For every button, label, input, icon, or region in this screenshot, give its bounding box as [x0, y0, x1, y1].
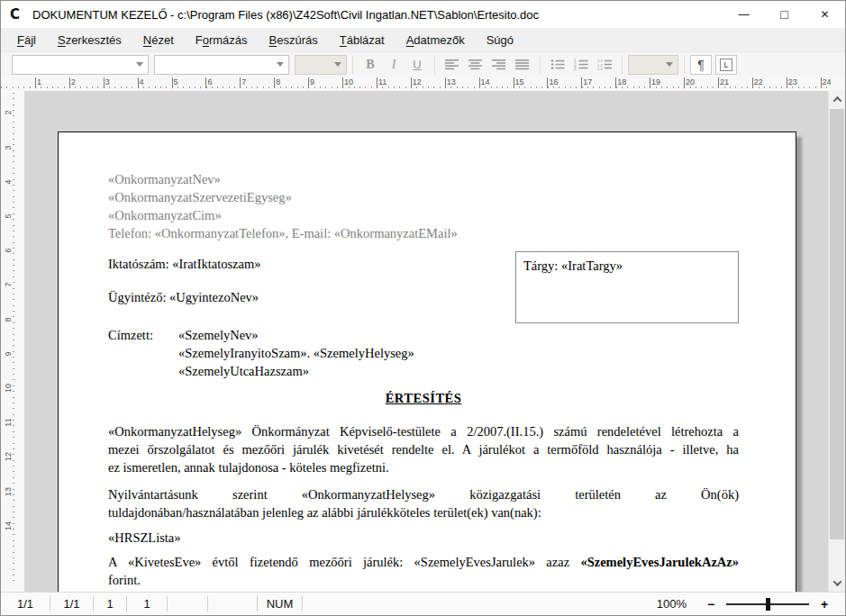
scroll-up-button[interactable]	[829, 91, 845, 108]
chevron-up-icon	[832, 96, 841, 105]
menu-label: ézet	[151, 33, 174, 47]
bullet-list-button[interactable]	[546, 55, 569, 75]
bullet-list-icon	[550, 59, 565, 70]
ruler-number: 4	[4, 175, 13, 189]
align-center-button[interactable]	[464, 55, 487, 75]
menu-item-tablazat[interactable]: Táblázat	[329, 28, 396, 51]
chevron-down-icon	[277, 62, 284, 67]
menu-accel: T	[340, 33, 347, 47]
italic-button[interactable]: I	[382, 55, 405, 75]
align-right-button[interactable]	[487, 55, 511, 75]
ruler-number: 7	[240, 77, 246, 88]
minimize-button[interactable]: —	[723, 1, 764, 28]
font-size-dropdown[interactable]	[295, 55, 347, 75]
zoom-in-button[interactable]: +	[814, 597, 834, 611]
doc-meta-section: Iktatószám: «IratIktatoszam» Tárgy: «Ira…	[108, 255, 739, 380]
ruler-number: 24	[821, 77, 832, 88]
window-title: DOKUMENTUM KEZELŐ - c:\Program Files (x8…	[32, 8, 723, 22]
menu-item-szerkesztes[interactable]: Szerkesztés	[47, 28, 132, 51]
justify-icon	[515, 59, 530, 70]
maximize-button[interactable]: □	[764, 1, 805, 28]
toolbar-separator	[434, 56, 435, 74]
ruler-number: 5	[172, 77, 178, 88]
bold-button[interactable]: B	[359, 55, 382, 75]
svg-text:3: 3	[574, 67, 577, 70]
ruler-number: 18	[615, 77, 626, 88]
doc-line: A «KivetesEve» évtől fizetendő mezőőri j…	[108, 553, 739, 571]
ruler-number: 20	[684, 77, 695, 88]
menu-item-beszuras[interactable]: Beszúrás	[259, 28, 329, 51]
layout-position-button[interactable]: L	[715, 55, 737, 75]
menu-accel: F	[17, 33, 24, 47]
toolbar-separator	[622, 56, 623, 74]
cimzett-block: Címzett: «SzemelyNev» «SzemelyIranyitoSz…	[108, 326, 739, 380]
targy-text: Tárgy: «IratTargy»	[523, 258, 623, 273]
align-left-icon	[445, 59, 459, 70]
vertical-scrollbar[interactable]	[828, 91, 845, 592]
ruler-number: 1	[35, 77, 41, 88]
ruler-number: 19	[650, 77, 660, 88]
ruler-number: 13	[4, 485, 13, 499]
doc-text-bold: «SzemelyEvesJarulekAzAz»	[580, 555, 739, 569]
doc-paragraph: Nyilvántartásunk szerint «OnkormanyzatHe…	[108, 485, 739, 521]
ruler-number: 15	[514, 77, 524, 88]
ruler-number: 9	[308, 77, 314, 88]
menu-accel: o	[203, 33, 209, 47]
ruler-number: 10	[342, 77, 353, 88]
status-page-indicator: 1/1	[1, 596, 50, 611]
status-section-indicator: 1/1	[50, 596, 94, 611]
formatting-marks-button[interactable]: ¶	[690, 55, 712, 75]
align-center-icon	[468, 59, 483, 70]
toolbar-separator	[540, 56, 541, 74]
menu-label: Súgó	[487, 33, 514, 47]
ruler-number: 6	[4, 243, 13, 258]
zoom-out-button[interactable]: −	[701, 597, 721, 611]
numbered-list-button[interactable]: 123	[569, 55, 593, 75]
doc-line: «SzemelyNev»	[178, 326, 414, 344]
window-controls: — □ ✕	[723, 1, 845, 28]
ruler-number: 16	[547, 77, 558, 88]
justify-button[interactable]	[511, 55, 534, 75]
doc-line: mezei őrszolgálatot és mezőőri járulék k…	[108, 440, 739, 458]
menu-item-sugo[interactable]: Súgó	[476, 28, 524, 51]
status-line-indicator: 1	[94, 596, 127, 611]
zoom-slider-handle[interactable]	[766, 598, 770, 611]
zoom-dropdown[interactable]	[628, 55, 678, 75]
vertical-ruler: 1234567891011121314	[1, 91, 24, 592]
ruler-number: 7	[4, 277, 13, 292]
ruler-number: 10	[4, 381, 13, 395]
ruler-number: 4	[138, 77, 144, 88]
doc-line: tuldajdonában/használatában jelenleg az …	[108, 503, 739, 521]
ruler-number: 14	[479, 77, 490, 88]
menu-item-formazas[interactable]: Formázás	[185, 28, 259, 51]
merge-field-line: Telefon: «OnkormanyzatTelefon», E-mail: …	[108, 224, 739, 242]
menu-label: datmezők	[414, 33, 464, 47]
chevron-down-icon	[136, 62, 143, 67]
menu-item-adatmezok[interactable]: Adatmezők	[396, 28, 476, 51]
document-page[interactable]: «OnkormanyzatNev» «OnkormanyzatSzervezet…	[58, 131, 796, 592]
status-column-indicator: 1	[127, 596, 168, 611]
doc-line: «OnkormanyzatHelyseg» Önkormányzat Képvi…	[108, 422, 739, 440]
menu-label: F	[196, 33, 203, 47]
doc-text: A «KivetesEve» évtől fizetendő mezőőri j…	[108, 555, 580, 569]
zoom-slider[interactable]	[726, 603, 809, 605]
app-window: C DOKUMENTUM KEZELŐ - c:\Program Files (…	[0, 0, 846, 616]
status-cell-empty	[168, 596, 208, 611]
ruler-number: 17	[581, 77, 592, 88]
style-dropdown[interactable]	[12, 55, 149, 75]
merge-field-line: «OnkormanyzatNev»	[108, 170, 739, 188]
ruler-number: 2	[4, 105, 13, 120]
menu-accel: N	[143, 33, 151, 47]
scroll-down-button[interactable]	[829, 575, 845, 592]
menu-item-nezet[interactable]: Nézet	[132, 28, 185, 51]
underline-button[interactable]: U	[405, 55, 429, 75]
targy-frame: Tárgy: «IratTargy»	[515, 251, 739, 323]
scroll-thumb[interactable]	[830, 109, 844, 539]
ruler-number: 12	[411, 77, 422, 88]
align-left-button[interactable]	[441, 55, 464, 75]
multilevel-list-button[interactable]: 1.11.21.3	[593, 55, 616, 75]
menu-item-fajl[interactable]: Fájl	[6, 28, 47, 51]
menu-label: rmázás	[209, 33, 248, 47]
font-dropdown[interactable]	[154, 55, 289, 75]
close-button[interactable]: ✕	[805, 1, 845, 28]
